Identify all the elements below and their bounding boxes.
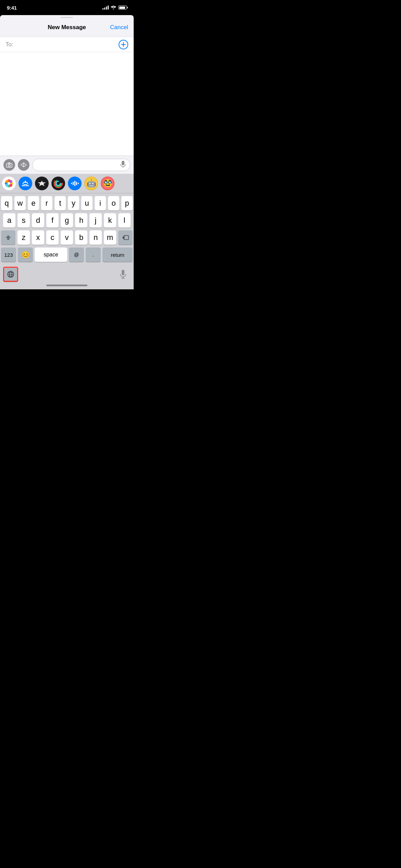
key-k[interactable]: k (104, 213, 116, 228)
sheet-handle-area (0, 15, 134, 18)
key-t[interactable]: t (54, 196, 66, 210)
svg-rect-21 (76, 182, 77, 185)
globe-icon (7, 270, 15, 278)
compose-area[interactable] (0, 52, 134, 156)
key-r[interactable]: r (41, 196, 52, 210)
key-o[interactable]: o (108, 196, 119, 210)
to-field: To: (0, 37, 134, 52)
key-s[interactable]: s (17, 213, 30, 228)
svg-rect-22 (78, 183, 79, 184)
key-i[interactable]: i (95, 196, 106, 210)
applecash-app-icon[interactable] (35, 177, 49, 190)
key-f[interactable]: f (46, 213, 59, 228)
backspace-key[interactable] (118, 230, 133, 245)
keyboard-row-4: 123 😊 space @ . return (1, 248, 133, 262)
key-x[interactable]: x (32, 230, 44, 245)
cancel-button[interactable]: Cancel (110, 24, 128, 31)
photos-app-icon[interactable] (2, 177, 16, 190)
return-key[interactable]: return (102, 248, 133, 262)
keyboard-bottom-row (1, 265, 133, 282)
app-strip: 🤖 🥸 (0, 174, 134, 193)
compose-title: New Message (48, 24, 86, 31)
keyboard: q w e r t y u i o p a s d f g h j k l (0, 193, 134, 282)
globe-key[interactable] (3, 267, 18, 282)
svg-point-14 (8, 182, 10, 185)
key-y[interactable]: y (68, 196, 79, 210)
key-e[interactable]: e (28, 196, 39, 210)
key-m[interactable]: m (104, 230, 116, 245)
wifi-icon (111, 5, 116, 10)
at-key[interactable]: @ (69, 248, 84, 262)
numbers-key[interactable]: 123 (1, 248, 16, 262)
key-u[interactable]: u (81, 196, 93, 210)
key-l[interactable]: l (118, 213, 131, 228)
key-g[interactable]: g (61, 213, 73, 228)
home-bar (46, 285, 87, 286)
home-indicator (0, 282, 134, 289)
svg-point-17 (56, 181, 60, 185)
keyboard-row-2: a s d f g h j k l (1, 213, 133, 228)
status-icons (102, 5, 127, 10)
status-time: 9:41 (7, 5, 17, 11)
message-input-wrap[interactable] (32, 159, 130, 171)
svg-rect-18 (71, 183, 72, 184)
to-label: To: (5, 41, 13, 48)
key-n[interactable]: n (89, 230, 102, 245)
svg-rect-4 (122, 161, 124, 165)
keyboard-row-1: q w e r t y u i o p (1, 196, 133, 210)
add-recipient-button[interactable] (119, 40, 128, 49)
memoji1-app-icon[interactable]: 🤖 (84, 177, 98, 190)
mic-button-inline[interactable] (120, 160, 126, 170)
svg-rect-2 (7, 164, 12, 167)
key-c[interactable]: c (46, 230, 59, 245)
appstore-app-icon[interactable] (19, 177, 32, 190)
keyboard-row-3: z x c v b n m (1, 230, 133, 245)
status-bar: 9:41 (0, 0, 134, 15)
key-v[interactable]: v (61, 230, 73, 245)
key-q[interactable]: q (1, 196, 12, 210)
key-p[interactable]: p (121, 196, 133, 210)
apps-button[interactable] (18, 159, 29, 171)
key-j[interactable]: j (89, 213, 102, 228)
svg-rect-19 (73, 182, 74, 185)
battery-icon (118, 5, 127, 10)
activity-app-icon[interactable] (51, 177, 65, 190)
key-d[interactable]: d (32, 213, 44, 228)
period-key[interactable]: . (86, 248, 101, 262)
space-key[interactable]: space (35, 248, 67, 262)
emoji-key[interactable]: 😊 (18, 248, 33, 262)
key-a[interactable]: a (3, 213, 15, 228)
shift-key[interactable] (1, 230, 15, 245)
svg-point-3 (8, 165, 10, 167)
svg-rect-28 (122, 270, 124, 275)
key-w[interactable]: w (14, 196, 26, 210)
soundbites-app-icon[interactable] (68, 177, 82, 190)
memoji2-app-icon[interactable]: 🥸 (101, 177, 114, 190)
signal-bars-icon (102, 5, 109, 10)
camera-button[interactable] (3, 159, 15, 171)
key-b[interactable]: b (75, 230, 87, 245)
recipient-input[interactable] (16, 41, 119, 48)
key-h[interactable]: h (75, 213, 87, 228)
mic-key[interactable] (116, 267, 131, 282)
svg-rect-20 (74, 181, 75, 186)
key-z[interactable]: z (17, 230, 30, 245)
nav-header: New Message Cancel (0, 18, 134, 37)
message-toolbar (0, 156, 134, 174)
